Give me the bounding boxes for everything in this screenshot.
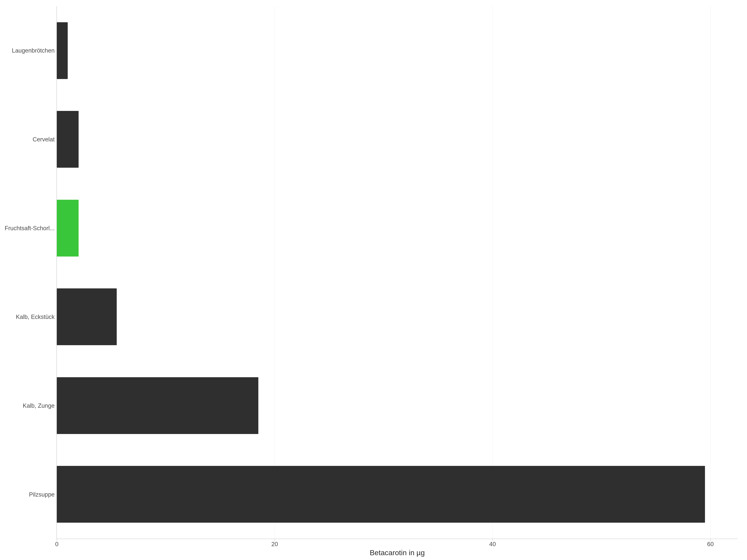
chart-container: Laugenbrötchen Cervelat Fruchtsaft-Schor… — [0, 0, 747, 560]
x-tick-label: 0 — [55, 541, 58, 548]
bar — [57, 377, 258, 434]
x-tick: 20 — [272, 539, 278, 548]
y-tick-label: Fruchtsaft-Schorl... — [5, 184, 55, 273]
y-tick-label: Cervelat — [5, 95, 55, 184]
bar-row — [57, 272, 738, 362]
x-title-row: Betacarotin in µg — [5, 548, 738, 557]
tick-mark — [710, 539, 711, 540]
bar-row — [57, 184, 738, 272]
bars-layer — [57, 6, 738, 539]
x-tick-label: 60 — [707, 541, 714, 548]
y-tick-label: Kalb, Zunge — [5, 362, 55, 450]
y-axis-labels: Laugenbrötchen Cervelat Fruchtsaft-Schor… — [5, 6, 56, 539]
x-tick: 60 — [707, 539, 714, 548]
bar-row — [57, 361, 738, 450]
x-tick: 0 — [55, 539, 58, 548]
plot-row: Laugenbrötchen Cervelat Fruchtsaft-Schor… — [5, 6, 738, 539]
x-axis-spacer — [5, 539, 57, 548]
bar — [57, 111, 79, 168]
x-tick-label: 20 — [272, 541, 278, 548]
bar — [57, 466, 705, 523]
y-tick-label: Kalb, Eckstück — [5, 272, 55, 362]
y-tick-label: Laugenbrötchen — [5, 6, 55, 95]
x-tick-label: 40 — [489, 541, 496, 548]
bar-row — [57, 450, 738, 539]
y-tick-label: Pilzsuppe — [5, 450, 55, 539]
bar — [57, 22, 68, 79]
x-axis-row: 0204060 — [5, 539, 738, 548]
tick-mark — [492, 539, 493, 540]
tick-mark — [57, 539, 57, 540]
bar — [57, 200, 79, 257]
x-title-spacer — [5, 548, 57, 557]
x-axis-title: Betacarotin in µg — [57, 548, 738, 557]
tick-mark — [275, 539, 275, 540]
x-tick: 40 — [489, 539, 496, 548]
bar — [57, 288, 117, 345]
bar-row — [57, 6, 738, 95]
x-axis-ticks: 0204060 — [57, 539, 738, 548]
bar-row — [57, 95, 738, 184]
plot-area — [56, 6, 738, 539]
